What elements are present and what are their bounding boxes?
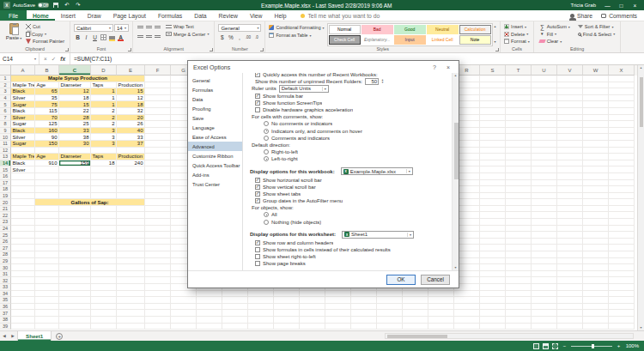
cell-B10[interactable]: 90 (35, 134, 59, 141)
options-nav-trust-center[interactable]: Trust Center (188, 179, 242, 189)
cell-P37[interactable] (403, 310, 428, 317)
cell-style-note[interactable]: Note (459, 35, 491, 45)
cell-W32[interactable] (583, 277, 609, 284)
sheet-tab-sheet1[interactable]: Sheet1 (17, 331, 52, 341)
row-header-33[interactable]: 33 (0, 284, 11, 291)
cell-C23[interactable] (59, 219, 91, 226)
cell-A2[interactable]: Maple Tree (11, 82, 35, 89)
cell-V24[interactable] (557, 226, 583, 233)
column-header-X[interactable]: X (609, 65, 635, 76)
tab-help[interactable]: Help (268, 10, 292, 21)
cell-V28[interactable] (557, 251, 583, 258)
row-header-21[interactable]: 21 (0, 206, 11, 213)
row-header-7[interactable]: 7 (0, 115, 11, 122)
option-show-function-screentips[interactable]: ✓Show function ScreenTips (250, 100, 449, 106)
cell-G34[interactable] (171, 291, 197, 298)
cell-V3[interactable] (557, 88, 583, 95)
cell-U39[interactable] (532, 324, 557, 330)
row-header-10[interactable]: 10 (0, 134, 11, 141)
cell-D7[interactable]: 2 (91, 115, 117, 122)
cell-F33[interactable] (145, 284, 171, 291)
cell-X19[interactable] (609, 193, 635, 200)
cell-H35[interactable] (197, 297, 222, 304)
row-header-24[interactable]: 24 (0, 226, 11, 233)
conditional-formatting-button[interactable]: Conditional Formatting▾ (269, 25, 324, 30)
cell-T19[interactable] (506, 193, 532, 200)
cell-S30[interactable] (480, 264, 506, 271)
row-header-36[interactable]: 36 (0, 304, 11, 311)
cell-B18[interactable] (35, 186, 59, 193)
cell-C34[interactable] (59, 291, 91, 298)
option-no-comments-or-indicators[interactable]: No comments or indicators (250, 120, 449, 127)
cell-A39[interactable] (11, 324, 35, 330)
cell-F7[interactable] (145, 115, 171, 122)
close-button[interactable]: × (629, 3, 641, 9)
cell-A38[interactable] (11, 317, 35, 324)
cell-J39[interactable] (248, 324, 274, 330)
cell-G35[interactable] (171, 297, 197, 304)
cell-A19[interactable] (11, 193, 35, 200)
cell-F37[interactable] (145, 310, 171, 317)
radio[interactable] (264, 129, 269, 134)
cell-B17[interactable] (35, 180, 59, 187)
cell-S21[interactable] (480, 206, 506, 213)
cell-A8[interactable]: Sugar (11, 121, 35, 128)
cell-C25[interactable] (59, 232, 91, 239)
row-header-13[interactable]: 13 (0, 154, 11, 160)
cell-style-explanatory[interactable]: Explanatory... (361, 35, 393, 45)
cell-B7[interactable]: 70 (35, 115, 59, 122)
row-header-15[interactable]: 15 (0, 166, 11, 173)
cell-W35[interactable] (583, 297, 609, 304)
cell-X12[interactable] (609, 148, 635, 154)
spin-value[interactable]: 50 (365, 78, 379, 85)
cell-B30[interactable] (35, 264, 59, 271)
cell-U25[interactable] (532, 232, 557, 239)
cell-S35[interactable] (480, 297, 506, 304)
dropdown[interactable]: Default Units▾ (279, 85, 329, 93)
cell-C27[interactable] (59, 245, 91, 251)
italic-button[interactable]: I (82, 33, 90, 41)
cell-A27[interactable] (11, 245, 35, 251)
underline-button[interactable]: U (91, 33, 99, 41)
cell-D26[interactable] (91, 239, 117, 245)
new-sheet-button[interactable]: + (56, 333, 63, 340)
cell-X25[interactable] (609, 232, 635, 239)
cell-B28[interactable] (35, 251, 59, 258)
cell-V39[interactable] (557, 324, 583, 330)
cell-U26[interactable] (532, 239, 557, 245)
cell-U5[interactable] (532, 101, 557, 108)
cell-A21[interactable] (11, 206, 35, 213)
cell-V2[interactable] (557, 82, 583, 89)
row-header-4[interactable]: 4 (0, 95, 11, 102)
cell-D30[interactable] (91, 264, 117, 271)
cell-S17[interactable] (480, 180, 506, 187)
cell-V32[interactable] (557, 277, 583, 284)
cell-S29[interactable] (480, 258, 506, 265)
cell-E35[interactable] (117, 297, 145, 304)
cell-D9[interactable]: 3 (91, 128, 117, 135)
cell-W22[interactable] (583, 212, 609, 219)
number-dialog-launcher[interactable] (260, 48, 264, 51)
cell-M35[interactable] (325, 297, 351, 304)
cell-E38[interactable] (117, 317, 145, 324)
cell-S10[interactable] (480, 134, 506, 141)
cell-A35[interactable] (11, 297, 35, 304)
cell-W28[interactable] (583, 251, 609, 258)
cell-A5[interactable]: Sugar (11, 101, 35, 108)
cell-D8[interactable]: 2 (91, 121, 117, 128)
cell-A1[interactable]: Maple Syrup Production (11, 76, 145, 82)
cell-D5[interactable]: 1 (91, 101, 117, 108)
cell-D38[interactable] (91, 317, 117, 324)
options-nav-proofing[interactable]: Proofing (188, 104, 242, 113)
cell-D28[interactable] (91, 251, 117, 258)
cell-I35[interactable] (222, 297, 248, 304)
dialog-scroll-thumb[interactable] (454, 123, 459, 179)
cell-D3[interactable]: 1 (91, 88, 117, 95)
cell-U7[interactable] (532, 115, 557, 122)
option-show-horizontal-scroll-bar[interactable]: ✓Show horizontal scroll bar (250, 176, 449, 183)
cell-B23[interactable] (35, 219, 59, 226)
format-painter-button[interactable]: Format Painter (24, 38, 66, 45)
cell-V36[interactable] (557, 304, 583, 311)
cell-A36[interactable] (11, 304, 35, 311)
row-header-38[interactable]: 38 (0, 317, 11, 324)
